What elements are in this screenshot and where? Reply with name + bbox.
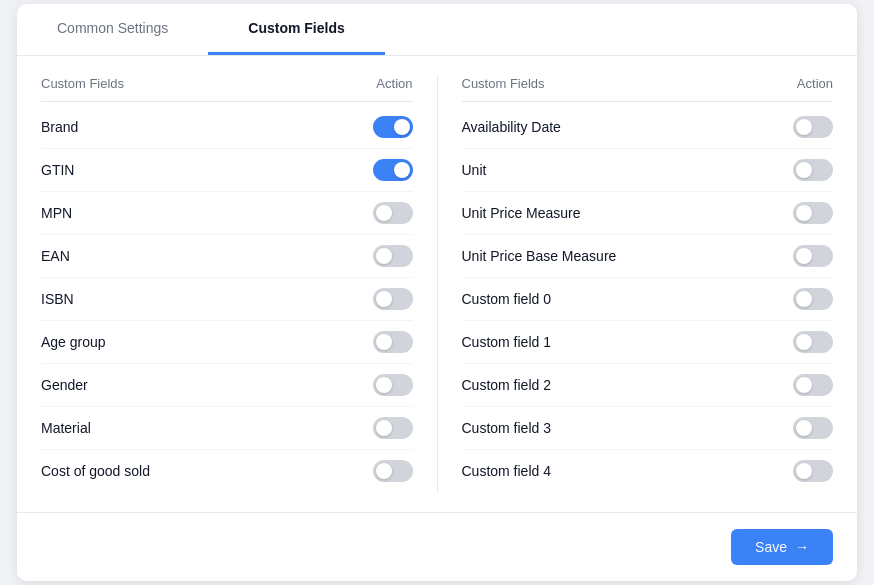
left-field-row: GTIN bbox=[41, 149, 413, 192]
right-field-row: Custom field 0 bbox=[462, 278, 834, 321]
field-label: Unit bbox=[462, 162, 487, 178]
save-button[interactable]: Save → bbox=[731, 529, 833, 565]
footer: Save → bbox=[17, 512, 857, 581]
toggle-switch[interactable] bbox=[793, 417, 833, 439]
toggle-switch[interactable] bbox=[793, 331, 833, 353]
field-label: Custom field 4 bbox=[462, 463, 551, 479]
right-field-row: Custom field 4 bbox=[462, 450, 834, 492]
left-field-row: MPN bbox=[41, 192, 413, 235]
field-label: Custom field 3 bbox=[462, 420, 551, 436]
save-label: Save bbox=[755, 539, 787, 555]
right-field-row: Unit bbox=[462, 149, 834, 192]
toggle-switch[interactable] bbox=[373, 202, 413, 224]
left-field-row: Age group bbox=[41, 321, 413, 364]
right-fields-list: Availability DateUnitUnit Price MeasureU… bbox=[462, 106, 834, 492]
left-field-row: Cost of good sold bbox=[41, 450, 413, 492]
right-col-header: Custom Fields Action bbox=[462, 76, 834, 102]
right-field-row: Custom field 1 bbox=[462, 321, 834, 364]
field-label: Cost of good sold bbox=[41, 463, 150, 479]
field-label: Brand bbox=[41, 119, 78, 135]
tab-common-settings[interactable]: Common Settings bbox=[17, 4, 208, 55]
field-label: Age group bbox=[41, 334, 106, 350]
left-col-header-label: Custom Fields bbox=[41, 76, 124, 91]
tab-custom-fields[interactable]: Custom Fields bbox=[208, 4, 384, 55]
toggle-switch[interactable] bbox=[793, 159, 833, 181]
right-column: Custom Fields Action Availability DateUn… bbox=[438, 76, 834, 492]
left-column: Custom Fields Action BrandGTINMPNEANISBN… bbox=[41, 76, 438, 492]
toggle-switch[interactable] bbox=[373, 159, 413, 181]
right-field-row: Custom field 3 bbox=[462, 407, 834, 450]
field-label: Material bbox=[41, 420, 91, 436]
field-label: Custom field 2 bbox=[462, 377, 551, 393]
toggle-switch[interactable] bbox=[793, 374, 833, 396]
tab-bar: Common Settings Custom Fields bbox=[17, 4, 857, 56]
right-field-row: Availability Date bbox=[462, 106, 834, 149]
toggle-switch[interactable] bbox=[793, 460, 833, 482]
left-field-row: EAN bbox=[41, 235, 413, 278]
right-field-row: Custom field 2 bbox=[462, 364, 834, 407]
main-container: Common Settings Custom Fields Custom Fie… bbox=[17, 4, 857, 581]
field-label: Gender bbox=[41, 377, 88, 393]
toggle-switch[interactable] bbox=[793, 245, 833, 267]
right-field-row: Unit Price Measure bbox=[462, 192, 834, 235]
field-label: Unit Price Measure bbox=[462, 205, 581, 221]
arrow-right-icon: → bbox=[795, 539, 809, 555]
field-label: MPN bbox=[41, 205, 72, 221]
left-col-header: Custom Fields Action bbox=[41, 76, 413, 102]
left-field-row: Material bbox=[41, 407, 413, 450]
toggle-switch[interactable] bbox=[373, 374, 413, 396]
toggle-switch[interactable] bbox=[793, 288, 833, 310]
left-field-row: ISBN bbox=[41, 278, 413, 321]
left-col-action-label: Action bbox=[376, 76, 412, 91]
left-field-row: Brand bbox=[41, 106, 413, 149]
toggle-switch[interactable] bbox=[373, 417, 413, 439]
field-label: Unit Price Base Measure bbox=[462, 248, 617, 264]
field-label: GTIN bbox=[41, 162, 74, 178]
field-label: Availability Date bbox=[462, 119, 561, 135]
columns-layout: Custom Fields Action BrandGTINMPNEANISBN… bbox=[41, 76, 833, 492]
toggle-switch[interactable] bbox=[373, 460, 413, 482]
toggle-switch[interactable] bbox=[793, 116, 833, 138]
toggle-switch[interactable] bbox=[373, 116, 413, 138]
toggle-switch[interactable] bbox=[373, 288, 413, 310]
tab-content: Custom Fields Action BrandGTINMPNEANISBN… bbox=[17, 56, 857, 512]
toggle-switch[interactable] bbox=[793, 202, 833, 224]
left-field-row: Gender bbox=[41, 364, 413, 407]
right-field-row: Unit Price Base Measure bbox=[462, 235, 834, 278]
toggle-switch[interactable] bbox=[373, 245, 413, 267]
field-label: EAN bbox=[41, 248, 70, 264]
field-label: Custom field 0 bbox=[462, 291, 551, 307]
field-label: ISBN bbox=[41, 291, 74, 307]
toggle-switch[interactable] bbox=[373, 331, 413, 353]
right-col-action-label: Action bbox=[797, 76, 833, 91]
right-col-header-label: Custom Fields bbox=[462, 76, 545, 91]
left-fields-list: BrandGTINMPNEANISBNAge groupGenderMateri… bbox=[41, 106, 413, 492]
field-label: Custom field 1 bbox=[462, 334, 551, 350]
